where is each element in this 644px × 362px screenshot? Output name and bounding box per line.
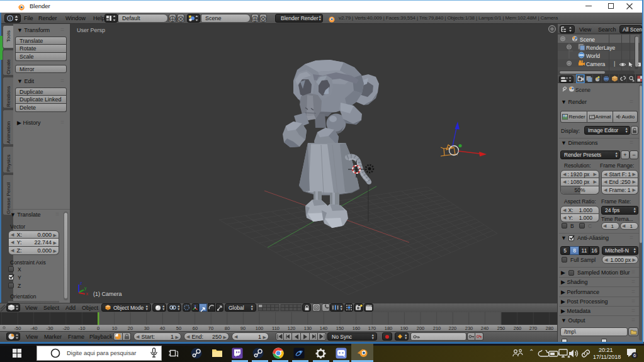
- svg-text:y: y: [84, 286, 87, 291]
- svg-text:x: x: [86, 291, 89, 296]
- svg-text:z: z: [80, 281, 82, 285]
- svg-text:6: 6: [633, 353, 636, 358]
